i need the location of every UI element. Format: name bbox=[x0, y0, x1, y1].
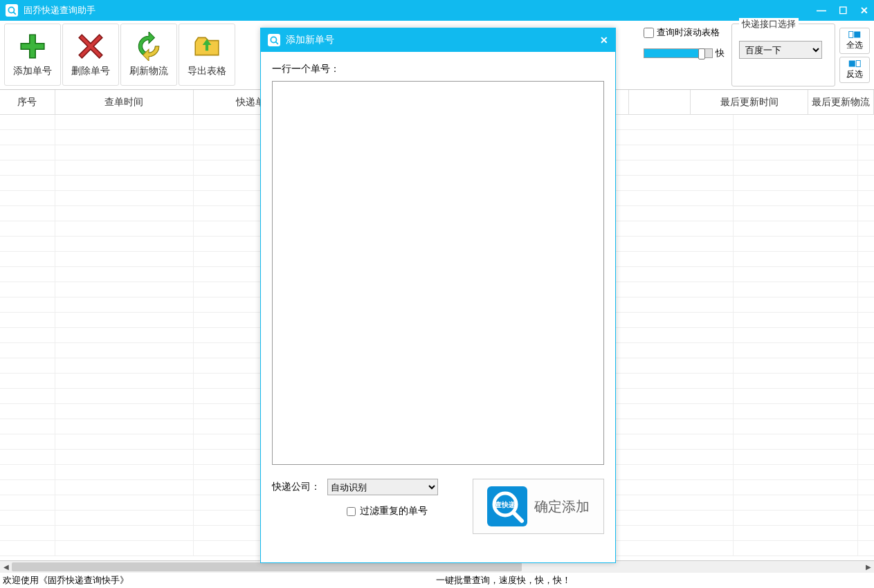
add-tracking-label: 添加单号 bbox=[13, 65, 52, 77]
dialog-icon bbox=[268, 34, 280, 46]
dialog-title-bar: 添加新单号 ✕ bbox=[261, 28, 615, 52]
export-table-label: 导出表格 bbox=[188, 65, 226, 77]
invert-select-button[interactable]: 反选 bbox=[839, 57, 870, 83]
api-select[interactable]: 百度一下 bbox=[739, 41, 822, 59]
svg-rect-3 bbox=[854, 31, 860, 37]
scroll-right-arrow[interactable]: ▶ bbox=[862, 561, 874, 573]
status-right: 一键批量查询，速度快，快，快！ bbox=[436, 574, 571, 587]
svg-rect-4 bbox=[849, 60, 855, 66]
svg-rect-5 bbox=[856, 60, 860, 66]
col-seq[interactable]: 序号 bbox=[0, 90, 55, 115]
filter-duplicates-checkbox[interactable] bbox=[347, 507, 356, 516]
confirm-add-button[interactable]: 查快递 确定添加 bbox=[473, 479, 604, 534]
select-all-button[interactable]: 全选 bbox=[839, 28, 870, 54]
scroll-left-arrow[interactable]: ◀ bbox=[0, 561, 12, 573]
close-button[interactable]: ✕ bbox=[860, 5, 868, 16]
col-last-logistics[interactable]: 最后更新物流 bbox=[808, 90, 874, 115]
refresh-logistics-label: 刷新物流 bbox=[129, 65, 168, 77]
api-group-title: 快递接口选择 bbox=[739, 18, 799, 30]
company-label: 快递公司： bbox=[272, 481, 320, 493]
dialog-instruction: 一行一个单号： bbox=[272, 63, 604, 75]
svg-line-1 bbox=[13, 12, 16, 15]
plus-icon bbox=[18, 32, 47, 61]
query-options: 查询时滚动表格 快 bbox=[641, 24, 727, 86]
export-table-button[interactable]: 导出表格 bbox=[179, 24, 235, 86]
svg-line-9 bbox=[513, 513, 522, 521]
api-select-group: 快递接口选择 百度一下 bbox=[731, 24, 835, 86]
speed-label: 快 bbox=[716, 47, 725, 59]
add-tracking-dialog: 添加新单号 ✕ 一行一个单号： 快递公司： 自动识别 过滤重复的单号 bbox=[260, 28, 616, 563]
svg-point-6 bbox=[271, 37, 276, 42]
tracking-numbers-textarea[interactable] bbox=[272, 81, 604, 465]
filter-duplicates-label: 过滤重复的单号 bbox=[360, 505, 428, 517]
delete-tracking-label: 删除单号 bbox=[71, 65, 110, 77]
confirm-add-label: 确定添加 bbox=[534, 497, 590, 516]
delete-tracking-button[interactable]: 删除单号 bbox=[62, 24, 119, 86]
scroll-on-query-label: 查询时滚动表格 bbox=[657, 26, 720, 39]
refresh-icon bbox=[134, 32, 163, 61]
add-tracking-button[interactable]: 添加单号 bbox=[4, 24, 61, 86]
window-title: 固乔快递查询助手 bbox=[24, 4, 817, 17]
status-left: 欢迎使用《固乔快递查询快手》 bbox=[0, 574, 129, 587]
dialog-title: 添加新单号 bbox=[286, 34, 334, 46]
x-icon bbox=[76, 32, 105, 61]
refresh-logistics-button[interactable]: 刷新物流 bbox=[120, 24, 177, 86]
speed-slider[interactable] bbox=[644, 48, 713, 58]
status-bar: 欢迎使用《固乔快递查询快手》 一键批量查询，速度快，快，快！ bbox=[0, 572, 874, 587]
col-query-time[interactable]: 查单时间 bbox=[55, 90, 194, 115]
svg-text:查快递: 查快递 bbox=[494, 501, 516, 508]
svg-point-0 bbox=[8, 7, 14, 12]
scroll-on-query-checkbox[interactable] bbox=[644, 28, 654, 38]
svg-rect-2 bbox=[849, 31, 853, 37]
col-last-update[interactable]: 最后更新时间 bbox=[691, 90, 808, 115]
app-icon bbox=[6, 4, 18, 17]
maximize-button[interactable]: ☐ bbox=[839, 5, 848, 16]
svg-line-7 bbox=[275, 42, 278, 44]
dialog-close-button[interactable]: ✕ bbox=[600, 35, 608, 46]
search-express-icon: 查快递 bbox=[487, 486, 527, 526]
folder-export-icon bbox=[192, 32, 221, 61]
company-select[interactable]: 自动识别 bbox=[327, 479, 438, 495]
minimize-button[interactable]: — bbox=[817, 5, 826, 16]
col-blank4[interactable] bbox=[629, 90, 691, 115]
